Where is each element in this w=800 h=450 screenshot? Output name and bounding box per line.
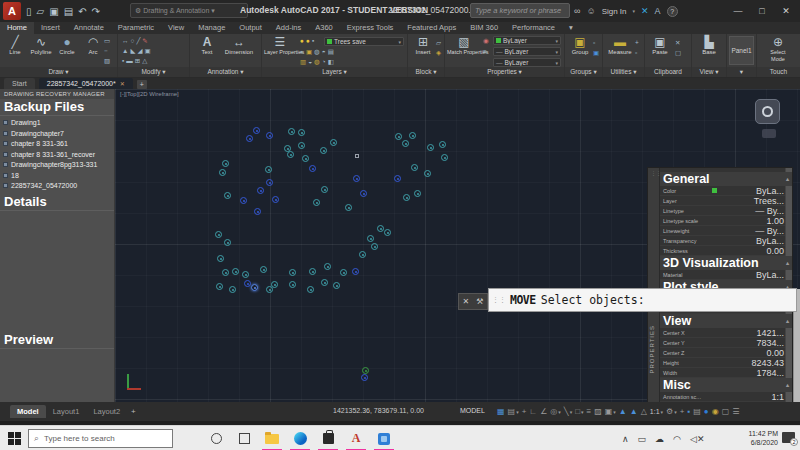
ortho-icon[interactable]: ∟ xyxy=(529,407,537,416)
utilities-extra-tools[interactable]: +▫ xyxy=(635,39,639,57)
annotation-people-icon[interactable]: △ xyxy=(641,407,647,416)
layer-properties-button[interactable]: ☰ Layer Properties xyxy=(264,35,296,66)
tree-symbol[interactable] xyxy=(217,255,224,262)
property-value[interactable]: ByLa... xyxy=(712,270,792,280)
recovery-panel-header[interactable]: DRAWING RECOVERY MANAGER xyxy=(0,89,114,99)
dimension-button[interactable]: ↔ Dimension xyxy=(222,35,256,66)
property-value[interactable]: 1:1 xyxy=(712,392,792,402)
layout-tab-model[interactable]: Model xyxy=(10,405,46,418)
backup-file-item[interactable]: Drawingchapter7 xyxy=(3,129,114,140)
viewport-controls[interactable]: [-][Top][2D Wireframe] xyxy=(120,91,179,97)
tree-symbol[interactable] xyxy=(313,199,320,206)
polar-tracking-icon[interactable]: ∠ xyxy=(540,407,547,416)
tree-symbol[interactable] xyxy=(409,132,416,139)
tree-symbol[interactable] xyxy=(287,151,294,158)
search-binoculars-icon[interactable]: ∞ xyxy=(574,6,580,16)
property-row[interactable]: Center Y7834... xyxy=(660,338,792,348)
tree-symbol[interactable] xyxy=(340,269,347,276)
circle-button[interactable]: ● Circle xyxy=(54,35,80,66)
linetype-dropdown[interactable]: —ByLayer▾ xyxy=(493,58,561,67)
taskbar-app-photos[interactable] xyxy=(376,431,392,447)
ribbon-tab-output[interactable]: Output xyxy=(232,22,269,34)
open-file-icon[interactable]: ▱ xyxy=(37,6,45,17)
layout-tab-layout1[interactable]: Layout1 xyxy=(46,405,87,418)
tree-symbol[interactable] xyxy=(302,155,309,162)
layer-tools-row2[interactable]: ▥◒◍◔◧ xyxy=(300,58,334,66)
tree-symbol[interactable] xyxy=(320,147,327,154)
tree-symbol[interactable] xyxy=(253,127,260,134)
panel-label-utilities[interactable]: Utilities ▾ xyxy=(603,67,644,77)
ribbon-tab-a360[interactable]: A360 xyxy=(308,22,340,34)
workspace-dropdown[interactable]: ⚙ Drafting & Annotation ▾ xyxy=(130,3,248,18)
grid-icon[interactable]: ▦ xyxy=(497,407,505,416)
selection-cycling-icon[interactable]: ▣▾ xyxy=(605,407,616,416)
customization-icon[interactable]: ☰ xyxy=(732,407,739,416)
tree-symbol[interactable] xyxy=(222,160,229,167)
modify-tools-row2[interactable]: ▲◣◢▣ xyxy=(122,47,151,55)
tree-symbol[interactable] xyxy=(229,286,236,293)
section-collapse-icon[interactable]: ▴ xyxy=(786,314,789,328)
new-layout-button[interactable]: + xyxy=(127,407,140,416)
panel-label-modify[interactable]: Modify ▾ xyxy=(118,67,189,77)
line-button[interactable]: ╱ Line xyxy=(2,35,28,66)
block-extra-tools[interactable]: ▱◈ xyxy=(436,39,441,57)
tree-symbol[interactable] xyxy=(377,225,384,232)
snap-mode-icon[interactable]: ▤▾ xyxy=(508,407,519,416)
taskbar-app-store[interactable] xyxy=(320,431,336,447)
tree-symbol[interactable] xyxy=(272,196,279,203)
tree-symbol[interactable] xyxy=(424,170,431,177)
tree-symbol[interactable] xyxy=(254,208,261,215)
section-collapse-icon[interactable]: ▴ xyxy=(786,378,789,392)
tree-symbol[interactable] xyxy=(411,164,418,171)
tree-symbol[interactable] xyxy=(298,129,305,136)
property-row[interactable]: Width1784... xyxy=(660,368,792,378)
backup-file-item[interactable]: 22857342_05472000 xyxy=(3,181,114,192)
property-row[interactable]: Center Z0.00 xyxy=(660,348,792,358)
draw-extra-tools[interactable]: ▭○▨ xyxy=(104,37,110,65)
sign-in-button[interactable]: Sign In xyxy=(602,7,627,16)
new-file-tab-button[interactable]: + xyxy=(137,80,147,89)
layer-state-icons[interactable]: ●●▪ xyxy=(300,37,314,45)
preview-header[interactable]: Preview xyxy=(0,332,114,349)
tree-symbol[interactable] xyxy=(352,268,359,275)
volume-muted-icon[interactable]: ◁✕ xyxy=(690,434,704,444)
ribbon-tab-express-tools[interactable]: Express Tools xyxy=(340,22,401,34)
base-button[interactable]: ▙ Base xyxy=(696,35,722,66)
tree-symbol[interactable] xyxy=(265,166,272,173)
tree-symbol[interactable] xyxy=(439,141,446,148)
property-value[interactable]: Trees... xyxy=(712,196,792,206)
properties-palette-grip[interactable]: ⋮⋮ PROPERTIES xyxy=(648,168,660,404)
ribbon-tab-performance[interactable]: Performance xyxy=(505,22,562,34)
maximize-button[interactable]: □ xyxy=(750,0,774,22)
tree-symbol[interactable] xyxy=(441,154,448,161)
annotation-visibility-icon[interactable]: ▲ xyxy=(619,407,627,416)
tree-symbol[interactable] xyxy=(321,279,328,286)
tree-symbol[interactable] xyxy=(359,251,366,258)
tree-symbol[interactable] xyxy=(289,281,296,288)
property-row[interactable]: Linetype— By... xyxy=(660,206,792,216)
autodesk-app-icon[interactable]: A xyxy=(655,6,661,16)
property-value[interactable]: 8243.43 xyxy=(712,358,792,368)
property-value[interactable]: 7834... xyxy=(712,338,792,348)
modify-tools-row1[interactable]: ↔○╱✎ xyxy=(122,37,148,45)
backup-file-item[interactable]: chapter 8 331-361_recover xyxy=(3,150,114,161)
panel-label-panel1[interactable]: ▾ xyxy=(727,67,756,77)
tree-symbol[interactable] xyxy=(246,135,253,142)
panel-label-clipboard[interactable]: Clipboard xyxy=(645,67,691,77)
tree-symbol[interactable] xyxy=(288,128,295,135)
infocenter-search-input[interactable]: Type a keyword or phrase xyxy=(470,3,570,18)
command-line[interactable]: ⋮⋮ MOVE Select objects: xyxy=(488,288,797,312)
tree-symbol[interactable] xyxy=(309,165,316,172)
annotation-scale-value[interactable]: 1:1▾ xyxy=(650,408,663,415)
layer-tools-row1[interactable]: ◐▣◍◓▤ xyxy=(300,48,334,56)
panel-label-properties[interactable]: Properties ▾ xyxy=(445,67,564,77)
file-tab[interactable]: Start xyxy=(4,78,35,89)
tree-symbol[interactable] xyxy=(232,268,239,275)
graphics-performance-icon[interactable]: ● xyxy=(704,407,709,416)
measure-button[interactable]: ▬ Measure xyxy=(605,35,635,66)
tree-symbol[interactable] xyxy=(215,231,222,238)
polyline-button[interactable]: ∿ Polyline xyxy=(28,35,54,66)
autocad-logo-icon[interactable]: A xyxy=(3,2,21,20)
taskbar-app-autocad[interactable]: A xyxy=(348,431,364,447)
clean-screen-icon[interactable]: ▢ xyxy=(722,407,730,416)
